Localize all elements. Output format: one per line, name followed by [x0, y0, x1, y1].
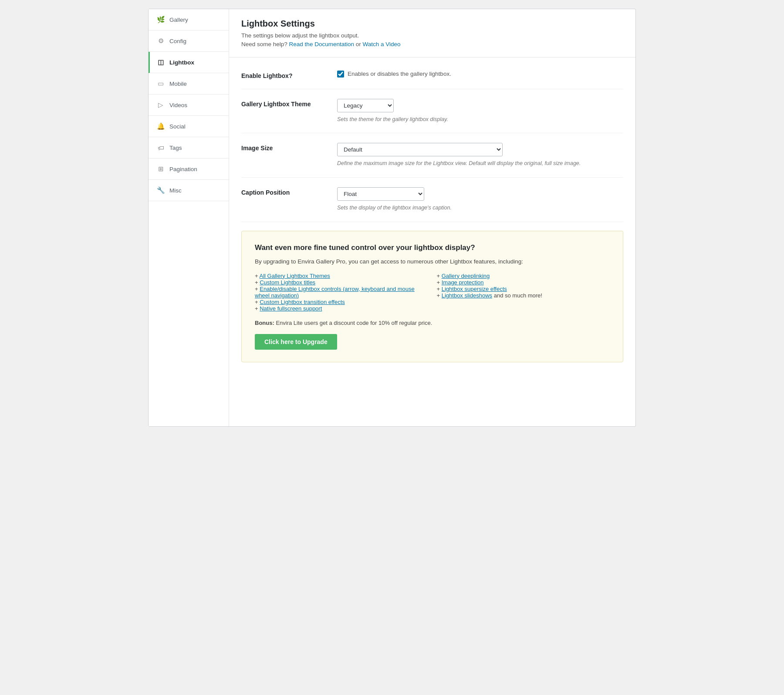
- settings-body: Enable Lightbox? Enables or disables the…: [229, 57, 635, 374]
- features-left-col: + All Gallery Lightbox Themes+ Custom Li…: [255, 273, 428, 312]
- feature-item: + Lightbox slideshows and so much more!: [437, 292, 610, 299]
- gallery-icon: 🌿: [156, 15, 165, 24]
- caption-position-select[interactable]: FloatBelowAboveOverlay: [337, 187, 424, 201]
- sidebar-item-label-lightbox: Lightbox: [169, 59, 194, 66]
- sidebar-item-label-config: Config: [169, 38, 186, 44]
- features-grid: + All Gallery Lightbox Themes+ Custom Li…: [255, 273, 610, 312]
- enable-lightbox-checkbox[interactable]: [337, 71, 344, 78]
- sidebar-item-config[interactable]: ⚙Config: [149, 30, 229, 52]
- bonus-description: Envira Lite users get a discount code fo…: [276, 320, 432, 326]
- sidebar-item-label-gallery: Gallery: [169, 17, 188, 23]
- sidebar-item-label-tags: Tags: [169, 145, 182, 151]
- sidebar-item-label-misc: Misc: [169, 187, 182, 194]
- caption-position-label: Caption Position: [241, 187, 337, 196]
- enable-lightbox-row: Enable Lightbox? Enables or disables the…: [241, 61, 623, 89]
- page-title: Lightbox Settings: [241, 19, 623, 29]
- bonus-label: Bonus:: [255, 320, 274, 326]
- feature-link[interactable]: Enable/disable Lightbox controls (arrow,…: [255, 286, 415, 299]
- sidebar-item-misc[interactable]: 🔧Misc: [149, 180, 229, 201]
- feature-link[interactable]: Gallery deeplinking: [442, 273, 490, 279]
- sidebar-item-mobile[interactable]: ▭Mobile: [149, 73, 229, 94]
- lightbox-theme-label: Gallery Lightbox Theme: [241, 99, 337, 108]
- features-right-col: + Gallery deeplinking+ Image protection+…: [437, 273, 610, 312]
- pagination-icon: ⊞: [156, 165, 165, 173]
- misc-icon: 🔧: [156, 186, 165, 195]
- sidebar-item-videos[interactable]: ▷Videos: [149, 94, 229, 116]
- upgrade-intro: By upgrading to Envira Gallery Pro, you …: [255, 258, 610, 265]
- feature-link[interactable]: Image protection: [442, 279, 484, 286]
- social-icon: 🔔: [156, 122, 165, 131]
- feature-item: + Image protection: [437, 279, 610, 286]
- feature-item: + Enable/disable Lightbox controls (arro…: [255, 286, 428, 299]
- image-size-label: Image Size: [241, 143, 337, 152]
- feature-link[interactable]: Lightbox slideshows: [442, 292, 492, 299]
- main-content: Lightbox Settings The settings below adj…: [229, 9, 635, 426]
- feature-link[interactable]: Custom Lightbox transition effects: [260, 299, 345, 305]
- feature-link[interactable]: Lightbox supersize effects: [442, 286, 507, 292]
- bonus-text: Bonus: Envira Lite users get a discount …: [255, 320, 610, 326]
- upgrade-button[interactable]: Click here to Upgrade: [255, 334, 337, 350]
- image-size-row: Image Size DefaultThumbnailMediumLargeFu…: [241, 133, 623, 178]
- sidebar-item-pagination[interactable]: ⊞Pagination: [149, 159, 229, 180]
- lightbox-theme-select[interactable]: LegacyClassicDarkLight: [337, 99, 394, 112]
- video-link[interactable]: Watch a Video: [362, 41, 400, 47]
- header-description: The settings below adjust the lightbox o…: [241, 31, 623, 49]
- feature-link[interactable]: Native fullscreen support: [260, 305, 322, 312]
- feature-link[interactable]: Custom Lightbox titles: [260, 279, 315, 286]
- image-size-control: DefaultThumbnailMediumLargeFull Define t…: [337, 143, 623, 168]
- sidebar-item-tags[interactable]: 🏷Tags: [149, 137, 229, 159]
- image-size-description: Define the maximum image size for the Li…: [337, 159, 623, 168]
- upgrade-box: Want even more fine tuned control over y…: [241, 231, 623, 362]
- enable-lightbox-label: Enable Lightbox?: [241, 71, 337, 79]
- upgrade-heading: Want even more fine tuned control over y…: [255, 243, 610, 252]
- feature-item: + Gallery deeplinking: [437, 273, 610, 279]
- sidebar-item-gallery[interactable]: 🌿Gallery: [149, 9, 229, 30]
- sidebar: 🌿Gallery⚙Config◫Lightbox▭Mobile▷Videos🔔S…: [149, 9, 229, 426]
- caption-position-row: Caption Position FloatBelowAboveOverlay …: [241, 178, 623, 222]
- videos-icon: ▷: [156, 101, 165, 109]
- feature-item: + Lightbox supersize effects: [437, 286, 610, 292]
- feature-item: + Native fullscreen support: [255, 305, 428, 312]
- sidebar-item-label-social: Social: [169, 123, 186, 130]
- sidebar-item-lightbox[interactable]: ◫Lightbox: [149, 52, 229, 73]
- lightbox-icon: ◫: [156, 58, 165, 67]
- content-header: Lightbox Settings The settings below adj…: [229, 9, 635, 57]
- caption-position-control: FloatBelowAboveOverlay Sets the display …: [337, 187, 623, 212]
- lightbox-theme-control: LegacyClassicDarkLight Sets the theme fo…: [337, 99, 623, 124]
- feature-link[interactable]: All Gallery Lightbox Themes: [260, 273, 330, 279]
- enable-lightbox-checkbox-label[interactable]: Enables or disables the gallery lightbox…: [348, 71, 451, 77]
- config-icon: ⚙: [156, 37, 165, 45]
- sidebar-item-social[interactable]: 🔔Social: [149, 116, 229, 137]
- doc-link[interactable]: Read the Documentation: [289, 41, 354, 47]
- lightbox-theme-description: Sets the theme for the gallery lightbox …: [337, 115, 623, 124]
- lightbox-theme-row: Gallery Lightbox Theme LegacyClassicDark…: [241, 89, 623, 134]
- sidebar-item-label-pagination: Pagination: [169, 166, 197, 172]
- image-size-select[interactable]: DefaultThumbnailMediumLargeFull: [337, 143, 503, 156]
- sidebar-item-label-mobile: Mobile: [169, 81, 187, 87]
- enable-lightbox-control: Enables or disables the gallery lightbox…: [337, 71, 623, 78]
- feature-item: + All Gallery Lightbox Themes: [255, 273, 428, 279]
- caption-position-description: Sets the display of the lightbox image's…: [337, 204, 623, 212]
- mobile-icon: ▭: [156, 79, 165, 88]
- feature-item: + Custom Lightbox transition effects: [255, 299, 428, 305]
- feature-item: + Custom Lightbox titles: [255, 279, 428, 286]
- sidebar-item-label-videos: Videos: [169, 102, 187, 108]
- tags-icon: 🏷: [156, 143, 165, 152]
